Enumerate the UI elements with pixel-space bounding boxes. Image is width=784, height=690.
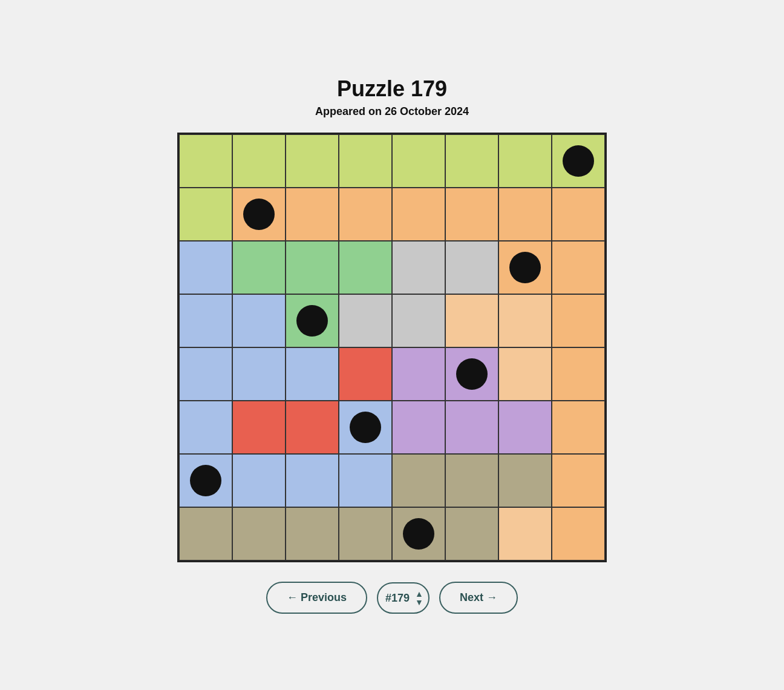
cell-7-3 [339,507,392,560]
cell-6-6 [498,454,552,507]
cell-3-5 [445,294,498,347]
cell-0-3 [339,134,392,188]
dot-2-6 [509,252,541,283]
cell-0-2 [286,134,339,188]
cell-7-2 [286,507,339,560]
cell-3-7 [552,294,605,347]
cell-2-7 [552,241,605,294]
cell-0-0 [179,134,232,188]
cell-2-0 [179,241,232,294]
cell-6-2 [286,454,339,507]
next-button[interactable]: Next → [439,582,518,614]
cell-0-1 [232,134,286,188]
grid-row [179,454,605,507]
cell-2-5 [445,241,498,294]
cell-7-6 [498,507,552,560]
controls-bar: ← Previous #179 ▲▼ Next → [266,582,518,614]
cell-1-2 [286,188,339,241]
cell-7-5 [445,507,498,560]
dot-3-2 [296,305,328,337]
cell-6-0 [179,454,232,507]
cell-2-2 [286,241,339,294]
cell-5-5 [445,401,498,454]
cell-3-2 [286,294,339,347]
page-title: Puzzle 179 [337,76,447,102]
cell-2-3 [339,241,392,294]
cell-7-7 [552,507,605,560]
cell-7-1 [232,507,286,560]
cell-5-6 [498,401,552,454]
grid-row [179,401,605,454]
cell-4-1 [232,347,286,401]
cell-0-5 [445,134,498,188]
cell-1-0 [179,188,232,241]
select-arrows-icon: ▲▼ [415,590,423,606]
cell-5-2 [286,401,339,454]
cell-4-2 [286,347,339,401]
cell-6-5 [445,454,498,507]
cell-4-0 [179,347,232,401]
cell-1-7 [552,188,605,241]
cell-4-7 [552,347,605,401]
cell-6-3 [339,454,392,507]
cell-4-6 [498,347,552,401]
dot-6-0 [190,465,221,496]
cell-3-6 [498,294,552,347]
grid-row [179,134,605,188]
cell-4-3 [339,347,392,401]
puzzle-selector[interactable]: #179 ▲▼ [377,582,430,614]
cell-1-5 [445,188,498,241]
dot-4-5 [456,358,488,390]
dot-7-4 [403,518,434,550]
cell-4-5 [445,347,498,401]
cell-1-4 [392,188,445,241]
grid-row [179,188,605,241]
cell-5-0 [179,401,232,454]
cell-0-7 [552,134,605,188]
cell-1-3 [339,188,392,241]
cell-6-4 [392,454,445,507]
puzzle-select[interactable]: #179 [383,583,413,613]
cell-0-6 [498,134,552,188]
cell-0-4 [392,134,445,188]
grid-row [179,241,605,294]
grid-row [179,507,605,560]
cell-2-1 [232,241,286,294]
previous-button[interactable]: ← Previous [266,582,367,614]
cell-1-6 [498,188,552,241]
cell-2-4 [392,241,445,294]
cell-7-0 [179,507,232,560]
cell-3-4 [392,294,445,347]
cell-5-4 [392,401,445,454]
cell-3-3 [339,294,392,347]
cell-6-7 [552,454,605,507]
cell-6-1 [232,454,286,507]
grid-row [179,347,605,401]
grid-row [179,294,605,347]
cell-3-0 [179,294,232,347]
puzzle-grid [177,133,607,562]
dot-1-1 [243,199,275,230]
cell-3-1 [232,294,286,347]
cell-5-1 [232,401,286,454]
cell-7-4 [392,507,445,560]
cell-5-7 [552,401,605,454]
dot-5-3 [350,412,381,443]
dot-0-7 [563,145,594,177]
cell-1-1 [232,188,286,241]
page-subtitle: Appeared on 26 October 2024 [315,105,469,118]
cell-2-6 [498,241,552,294]
cell-4-4 [392,347,445,401]
cell-5-3 [339,401,392,454]
